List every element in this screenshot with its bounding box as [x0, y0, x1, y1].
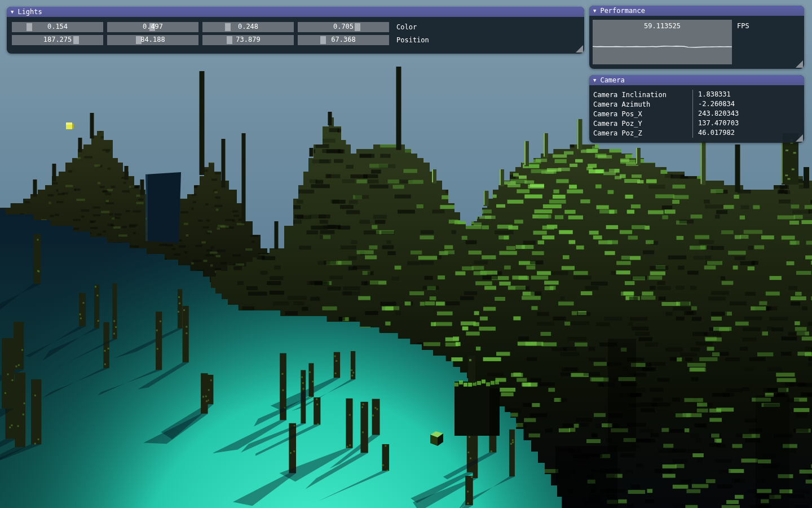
camera-panel: ▼ Camera Camera Inclination 1.838331 Cam…	[589, 75, 804, 143]
light-position-slider-4[interactable]: 67.368	[298, 35, 389, 45]
slider-value: 84.188	[107, 36, 198, 43]
camera-panel-title: Camera	[600, 75, 624, 85]
camera-row-label: Camera Azimuth	[593, 100, 692, 108]
fps-value: 59.113525	[593, 22, 732, 30]
camera-row: Camera Pos_X 243.820343	[589, 109, 804, 119]
slider-value: 0.154	[12, 23, 103, 30]
camera-row: Camera Inclination 1.838331	[589, 90, 804, 99]
light-position-slider-2[interactable]: 84.188	[107, 35, 198, 45]
camera-rows: Camera Inclination 1.838331 Camera Azimu…	[589, 90, 804, 138]
light-position-slider-3[interactable]: 73.879	[202, 35, 294, 45]
resize-grip-icon[interactable]	[576, 45, 583, 52]
lights-panel: ▼ Lights 0.154 0.497 0.248 0.705 Color	[7, 7, 584, 54]
performance-panel-header[interactable]: ▼ Performance	[589, 6, 804, 16]
resize-grip-icon[interactable]	[796, 134, 803, 142]
light-color-slider-3[interactable]: 0.248	[202, 22, 294, 32]
camera-row: Camera Poz_Z 46.017982	[589, 128, 804, 138]
camera-row-value: 137.470703	[692, 119, 739, 128]
camera-row-label: Camera Inclination	[593, 91, 692, 99]
camera-row: Camera Azimuth -2.260834	[589, 99, 804, 109]
camera-row-label: Camera Poz_Z	[593, 129, 692, 137]
light-position-row: 187.275 84.188 73.879 67.368 Position	[12, 35, 584, 45]
slider-value: 0.705	[298, 23, 389, 30]
slider-value: 0.248	[202, 23, 294, 30]
slider-value: 67.368	[298, 36, 389, 43]
performance-panel: ▼ Performance 59.113525 FPS	[589, 6, 804, 69]
color-row-label: Color	[396, 23, 417, 31]
slider-value: 187.275	[12, 36, 103, 43]
light-color-slider-2[interactable]: 0.497	[107, 22, 198, 32]
light-color-slider-1[interactable]: 0.154	[12, 22, 103, 32]
camera-panel-header[interactable]: ▼ Camera	[589, 75, 804, 85]
fps-label: FPS	[737, 22, 749, 30]
lights-panel-title: Lights	[17, 7, 42, 17]
camera-row-value: -2.260834	[692, 99, 735, 109]
light-position-slider-1[interactable]: 187.275	[12, 35, 103, 45]
camera-row: Camera Poz_Y 137.470703	[589, 119, 804, 128]
fps-graph: 59.113525	[593, 20, 732, 64]
app-window: ▼ Lights 0.154 0.497 0.248 0.705 Color	[0, 0, 812, 508]
collapse-icon: ▼	[593, 75, 596, 85]
camera-row-value: 243.820343	[692, 109, 739, 119]
performance-panel-title: Performance	[600, 6, 645, 16]
camera-row-value: 46.017982	[692, 128, 735, 138]
camera-row-label: Camera Pos_X	[593, 110, 692, 118]
collapse-icon: ▼	[593, 6, 596, 16]
slider-value: 0.497	[107, 23, 198, 30]
camera-row-label: Camera Poz_Y	[593, 120, 692, 128]
position-row-label: Position	[396, 36, 429, 44]
light-color-row: 0.154 0.497 0.248 0.705 Color	[12, 22, 584, 32]
slider-value: 73.879	[202, 36, 294, 43]
camera-row-value: 1.838331	[692, 90, 731, 99]
collapse-icon: ▼	[11, 7, 14, 17]
lights-panel-header[interactable]: ▼ Lights	[7, 7, 584, 17]
light-color-slider-4[interactable]: 0.705	[298, 22, 389, 32]
resize-grip-icon[interactable]	[796, 60, 803, 68]
